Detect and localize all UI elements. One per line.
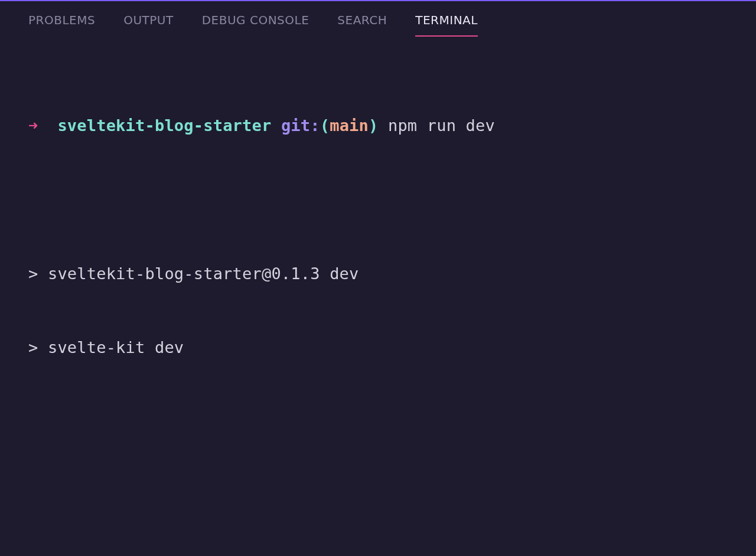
prompt-cwd: sveltekit-blog-starter <box>57 116 271 135</box>
prompt-paren-close: ) <box>369 116 378 135</box>
blank-line <box>28 410 728 434</box>
prompt-paren-open: ( <box>320 116 330 135</box>
prompt-line: ➜ sveltekit-blog-starter git:(main) npm … <box>28 113 728 138</box>
blank-line <box>28 187 728 212</box>
prompt-branch: main <box>330 116 369 135</box>
tab-problems[interactable]: PROBLEMS <box>28 13 95 35</box>
terminal-output[interactable]: ➜ sveltekit-blog-starter git:(main) npm … <box>0 37 756 556</box>
prompt-git-label: git: <box>281 116 320 135</box>
blank-line <box>28 483 728 508</box>
tab-output[interactable]: OUTPUT <box>123 13 174 35</box>
panel-tabbar: PROBLEMS OUTPUT DEBUG CONSOLE SEARCH TER… <box>0 1 756 37</box>
npm-line-1: > sveltekit-blog-starter@0.1.3 dev <box>28 261 728 286</box>
tab-terminal[interactable]: TERMINAL <box>415 13 478 37</box>
prompt-arrow-icon: ➜ <box>28 116 38 135</box>
prompt-command: npm run dev <box>388 116 495 135</box>
tab-debug-console[interactable]: DEBUG CONSOLE <box>202 13 309 35</box>
npm-line-2: > svelte-kit dev <box>28 335 728 360</box>
tab-search[interactable]: SEARCH <box>337 13 387 35</box>
